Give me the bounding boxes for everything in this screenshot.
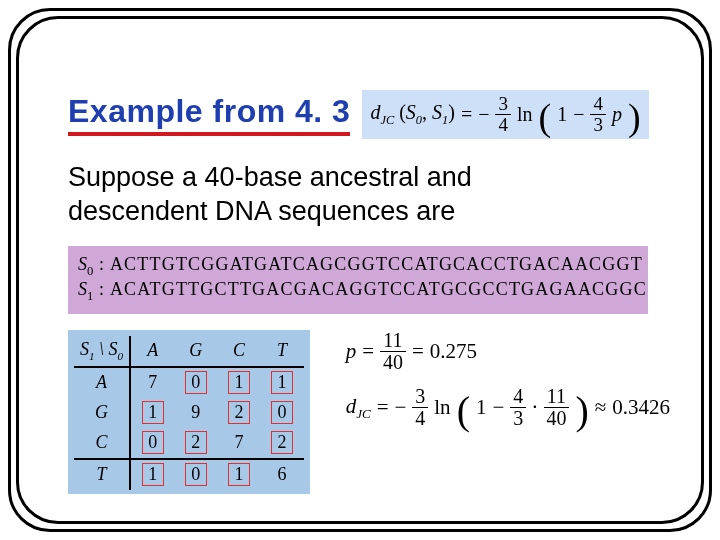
calc-p-lhs: p xyxy=(346,339,357,364)
calc-inner-frac: 4 3 xyxy=(510,386,526,429)
calc-approx: ≈ xyxy=(595,395,607,420)
off-diagonal-cell: 1 xyxy=(228,371,250,395)
s0-label: S0 xyxy=(78,254,93,274)
calc-d-lhs: dJC xyxy=(346,394,371,422)
title-row: Example from 4. 3 dJC (S0, S1) = − 3 4 l… xyxy=(68,90,670,139)
jc-inner-frac: 4 3 xyxy=(590,94,606,135)
calc-d-val: 0.3426 xyxy=(612,395,670,420)
off-diagonal-cell: 1 xyxy=(142,401,164,425)
off-diagonal-cell: 0 xyxy=(142,431,164,455)
substitution-table-wrap: S1 \ S0 A G C T A7011G1920C0272T1016 xyxy=(68,330,310,494)
calculation-block: p = 11 40 = 0.275 dJC = − 3 4 xyxy=(346,330,670,444)
jc-inner-num: 4 xyxy=(590,94,606,115)
table-cell: 2 xyxy=(217,398,260,428)
calc-d-coef-num: 3 xyxy=(412,386,428,408)
s0-colon: : xyxy=(93,254,110,274)
calc-p-eq2: = xyxy=(412,339,424,364)
jc-coef-den: 4 xyxy=(495,115,511,135)
jc-coef-num: 3 xyxy=(495,94,511,115)
lower-row: S1 \ S0 A G C T A7011G1920C0272T1016 p = xyxy=(68,330,670,494)
off-diagonal-cell: 0 xyxy=(185,371,207,395)
jc-coef-frac: 3 4 xyxy=(495,94,511,135)
table-cell: 7 xyxy=(130,367,174,398)
off-diagonal-cell: 2 xyxy=(185,431,207,455)
row-head: C xyxy=(74,428,130,459)
calc-d-neg: − xyxy=(394,395,406,420)
jc-lhs: dJC (S0, S1) xyxy=(370,101,455,128)
off-diagonal-cell: 1 xyxy=(271,371,293,395)
s1-colon: : xyxy=(93,279,110,299)
jc-eq: = xyxy=(461,103,472,126)
jc-arg2-sub: 1 xyxy=(442,113,448,127)
s0-seq: ACTTGTCGGATGATCAGCGGTCCATGCACCTGACAACGGT xyxy=(110,254,643,274)
table-cell: 2 xyxy=(174,428,217,459)
row-head: T xyxy=(74,459,130,490)
jc-ln: ln xyxy=(517,103,533,126)
jc-neg: − xyxy=(478,103,489,126)
calc-ln: ln xyxy=(434,395,450,420)
substitution-table: S1 \ S0 A G C T A7011G1920C0272T1016 xyxy=(74,336,304,490)
calc-p-num: 11 xyxy=(380,330,405,352)
body-text: Suppose a 40-base ancestral and descende… xyxy=(68,161,670,229)
calc-p-val: 0.275 xyxy=(430,339,477,364)
off-diagonal-cell: 1 xyxy=(142,463,164,487)
sequence-row-s1: S1 : ACATGTTGCTTGACGACAGGTCCATGCGCCTGAGA… xyxy=(78,279,638,304)
table-cell: 1 xyxy=(217,367,260,398)
off-diagonal-cell: 2 xyxy=(271,431,293,455)
jc-one: 1 xyxy=(557,103,567,126)
table-corner: S1 \ S0 xyxy=(74,336,130,367)
calc-inner-num: 4 xyxy=(510,386,526,408)
table-row: C0272 xyxy=(74,428,304,459)
table-row: A7011 xyxy=(74,367,304,398)
body-line-1: Suppose a 40-base ancestral and xyxy=(68,161,670,195)
off-diagonal-cell: 0 xyxy=(271,401,293,425)
table-cell: 1 xyxy=(261,367,304,398)
row-head: G xyxy=(74,398,130,428)
slide-content: Example from 4. 3 dJC (S0, S1) = − 3 4 l… xyxy=(68,90,670,500)
calc-p-den: 40 xyxy=(380,352,406,373)
table-row: T1016 xyxy=(74,459,304,490)
jc-inner-den: 3 xyxy=(590,115,606,135)
calc-d-coef-den: 4 xyxy=(412,408,428,429)
col-head-2: C xyxy=(217,336,260,367)
calc-minus: − xyxy=(492,395,504,420)
sequence-block: S0 : ACTTGTCGGATGATCAGCGGTCCATGCACCTGACA… xyxy=(68,246,648,313)
calc-p-frac: 11 40 xyxy=(380,330,406,373)
calc-d-line: dJC = − 3 4 ln ( 1 − 4 3 · xyxy=(346,386,670,429)
body-line-2: descendent DNA sequences are xyxy=(68,195,670,229)
off-diagonal-cell: 0 xyxy=(185,463,207,487)
calc-d-eq: = xyxy=(377,395,389,420)
table-cell: 2 xyxy=(261,428,304,459)
table-cell: 0 xyxy=(174,367,217,398)
calc-inner-den: 3 xyxy=(510,408,526,429)
jc-d-sub: JC xyxy=(380,113,394,127)
calc-dot: · xyxy=(532,395,537,420)
calc-frac2-num: 11 xyxy=(544,386,569,408)
calc-one: 1 xyxy=(476,395,487,420)
jc-p: p xyxy=(612,103,622,126)
s1-label: S1 xyxy=(78,279,93,299)
slide-title: Example from 4. 3 xyxy=(68,93,350,136)
calc-p-line: p = 11 40 = 0.275 xyxy=(346,330,670,373)
calc-frac2-den: 40 xyxy=(543,408,569,429)
slide: Example from 4. 3 dJC (S0, S1) = − 3 4 l… xyxy=(0,0,720,540)
jc-arg2: S xyxy=(432,101,442,123)
col-head-1: G xyxy=(174,336,217,367)
table-cell: 0 xyxy=(174,459,217,490)
table-cell: 1 xyxy=(130,459,174,490)
table-cell: 1 xyxy=(217,459,260,490)
table-cell: 0 xyxy=(261,398,304,428)
table-cell: 6 xyxy=(261,459,304,490)
calc-frac2: 11 40 xyxy=(543,386,569,429)
calc-p-eq: = xyxy=(362,339,374,364)
sequence-row-s0: S0 : ACTTGTCGGATGATCAGCGGTCCATGCACCTGACA… xyxy=(78,254,638,279)
col-head-0: A xyxy=(130,336,174,367)
jc-minus: − xyxy=(573,103,584,126)
row-head: A xyxy=(74,367,130,398)
table-cell: 9 xyxy=(174,398,217,428)
jc-arg1-sub: 0 xyxy=(416,113,422,127)
jc-d: d xyxy=(370,101,380,123)
table-cell: 7 xyxy=(217,428,260,459)
jc-arg1: S xyxy=(406,101,416,123)
off-diagonal-cell: 1 xyxy=(228,463,250,487)
